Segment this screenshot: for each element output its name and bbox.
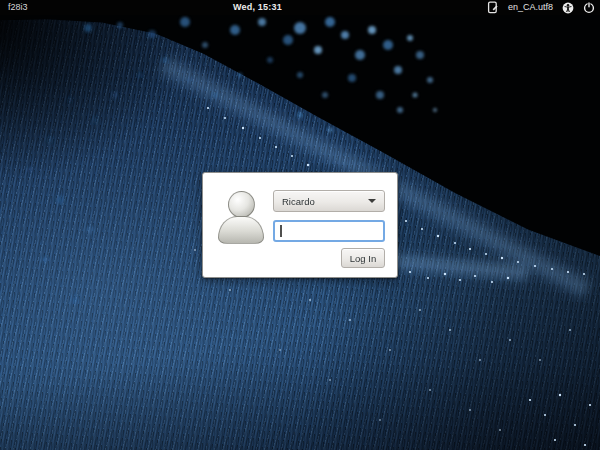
login-screen: f28i3 Wed, 15:31 en_CA.utf8 bbox=[0, 0, 600, 450]
login-button-label: Log In bbox=[350, 253, 376, 264]
text-caret bbox=[280, 225, 282, 237]
accessibility-icon[interactable] bbox=[562, 2, 574, 14]
password-input[interactable] bbox=[275, 222, 383, 240]
clock-label[interactable]: Wed, 15:31 bbox=[233, 0, 282, 15]
keyboard-layout-icon[interactable] bbox=[487, 1, 499, 14]
user-select-dropdown[interactable]: Ricardo bbox=[273, 190, 385, 212]
avatar-head-icon bbox=[228, 191, 255, 218]
panel-status-area: en_CA.utf8 bbox=[487, 0, 595, 15]
hostname-label: f28i3 bbox=[8, 0, 28, 15]
user-avatar bbox=[218, 191, 264, 249]
chevron-down-icon bbox=[368, 199, 376, 203]
selected-user-label: Ricardo bbox=[274, 196, 368, 207]
login-button[interactable]: Log In bbox=[341, 248, 385, 268]
top-panel: f28i3 Wed, 15:31 en_CA.utf8 bbox=[0, 0, 600, 15]
avatar-body-icon bbox=[218, 216, 264, 244]
locale-label[interactable]: en_CA.utf8 bbox=[508, 0, 553, 15]
power-icon[interactable] bbox=[583, 1, 595, 14]
password-field-wrapper bbox=[273, 220, 385, 242]
login-dialog: Ricardo Log In bbox=[202, 172, 398, 278]
